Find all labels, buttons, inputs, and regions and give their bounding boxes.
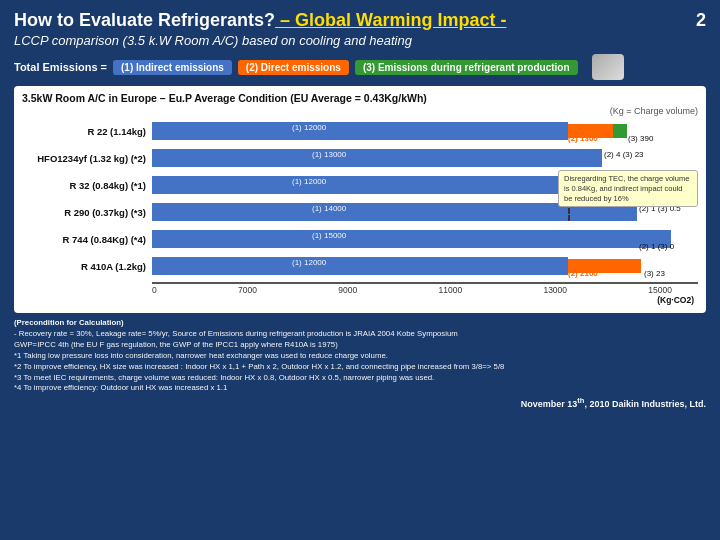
note-line-6: *4 To improve efficiency: Outdoor unit H… <box>14 383 227 392</box>
direct-label-r410a: (2) 2100 <box>568 269 598 278</box>
row-label-r410a: R 410A (1.2kg) <box>22 261 152 272</box>
indirect-label-r410a: (1) 12000 <box>292 258 326 267</box>
bar-indirect-r410a <box>152 257 568 275</box>
bar-row-hfo: HFO1234yf (1.32 kg) (*2) (1) 13000 (2) 4… <box>22 147 698 169</box>
date-text: November 13 <box>521 399 578 409</box>
indirect-label-r290: (1) 14000 <box>312 204 346 213</box>
bar-row-r744: R 744 (0.84Kg) (*4) (1) 15000 (2) 1 (3) … <box>22 228 698 250</box>
note-line-1: - Recovery rate = 30%, Leakage rate= 5%/… <box>14 329 458 338</box>
x-tick-0: 0 <box>152 285 157 295</box>
page-number: 2 <box>696 10 706 31</box>
note-line-3: *1 Taking low pressure loss into conside… <box>14 351 388 360</box>
title-main: How to Evaluate Refrigerants? <box>14 10 275 30</box>
indirect-label-hfo: (1) 13000 <box>312 150 346 159</box>
x-tick-9000: 9000 <box>338 285 357 295</box>
unit-label: (Kg·CO2) <box>22 295 694 305</box>
date-line: November 13th, 2010 Daikin Industries, L… <box>14 396 706 409</box>
bar-indirect-r22 <box>152 122 568 140</box>
slide-subtitle: LCCP comparison (3.5 k.W Room A/C) based… <box>14 33 706 48</box>
bar-row-r22: R 22 (1.14kg) (1) 12000 (2) 1300 (3) 390 <box>22 120 698 142</box>
x-tick-7000: 7000 <box>238 285 257 295</box>
legend-indirect: (1) Indirect emissions <box>113 60 232 75</box>
bar-indirect-r32 <box>152 176 568 194</box>
production-label-r22: (3) 390 <box>628 134 653 143</box>
bar-container-hfo: (1) 13000 (2) 4 (3) 23 <box>152 147 698 169</box>
bar-indirect-r744 <box>152 230 671 248</box>
production-label-r410a: (3) 23 <box>644 269 665 278</box>
indirect-label-r32: (1) 12000 <box>292 177 326 186</box>
total-emissions-label: Total Emissions = <box>14 61 107 73</box>
bar-row-r410a: R 410A (1.2kg) (1) 12000 (2) 2100 (3) 23 <box>22 255 698 277</box>
note-line-5: *3 To meet IEC requirements, charge volu… <box>14 373 434 382</box>
slide: 2 How to Evaluate Refrigerants? – Global… <box>0 0 720 540</box>
note-line-2: GWP=IPCC 4th (the EU F gas regulation, t… <box>14 340 338 349</box>
bar-container-r22: (1) 12000 (2) 1300 (3) 390 <box>152 120 698 142</box>
row-label-r22: R 22 (1.14kg) <box>22 126 152 137</box>
row-label-r32: R 32 (0.84kg) (*1) <box>22 180 152 191</box>
legend-row: Total Emissions = (1) Indirect emissions… <box>14 54 706 80</box>
note-box: Disregarding TEC, the charge volume is 0… <box>558 170 698 207</box>
kg-label: (Kg = Charge volume) <box>22 106 698 116</box>
bar-row-r32: R 32 (0.84kg) (*1) (1) 12000 (2) 480 (3)… <box>22 174 698 196</box>
chart-area: 3.5kW Room A/C in Europe – Eu.P Average … <box>14 86 706 313</box>
bottom-notes: (Precondition for Calculation) - Recover… <box>14 318 706 394</box>
bar-indirect-hfo <box>152 149 602 167</box>
x-axis-labels: 0 7000 9000 11000 13000 15000 <box>152 285 672 295</box>
x-axis <box>152 282 698 284</box>
indirect-label-r744: (1) 15000 <box>312 231 346 240</box>
row-label-hfo: HFO1234yf (1.32 kg) (*2) <box>22 153 152 164</box>
bar-container-r410a: (1) 12000 (2) 2100 (3) 23 <box>152 255 698 277</box>
chart-title: 3.5kW Room A/C in Europe – Eu.P Average … <box>22 92 698 104</box>
direct-label-hfo: (2) 4 (3) 23 <box>604 150 644 159</box>
indirect-label-r22: (1) 12000 <box>292 123 326 132</box>
note-line-4: *2 To improve efficiency, HX size was in… <box>14 362 504 371</box>
x-tick-13000: 13000 <box>543 285 567 295</box>
direct-label-r22: (2) 1300 <box>568 134 598 143</box>
legend-direct: (2) Direct emissions <box>238 60 349 75</box>
row-label-r744: R 744 (0.84Kg) (*4) <box>22 234 152 245</box>
ac-icon <box>592 54 624 80</box>
x-tick-15000: 15000 <box>648 285 672 295</box>
title-highlight: – Global Warming Impact - <box>275 10 506 30</box>
date-rest: , 2010 Daikin Industries, Ltd. <box>584 399 706 409</box>
precondition-header: (Precondition for Calculation) <box>14 318 124 327</box>
x-tick-11000: 11000 <box>438 285 462 295</box>
bar-production-r22 <box>613 124 627 138</box>
row-label-r290: R 290 (0.37kg) (*3) <box>22 207 152 218</box>
direct-production-label-r744: (2) 1 (3) 0 <box>639 242 674 251</box>
slide-title: How to Evaluate Refrigerants? – Global W… <box>14 10 706 31</box>
legend-production: (3) Emissions during refrigerant product… <box>355 60 578 75</box>
bar-container-r744: (1) 15000 (2) 1 (3) 0 <box>152 228 698 250</box>
